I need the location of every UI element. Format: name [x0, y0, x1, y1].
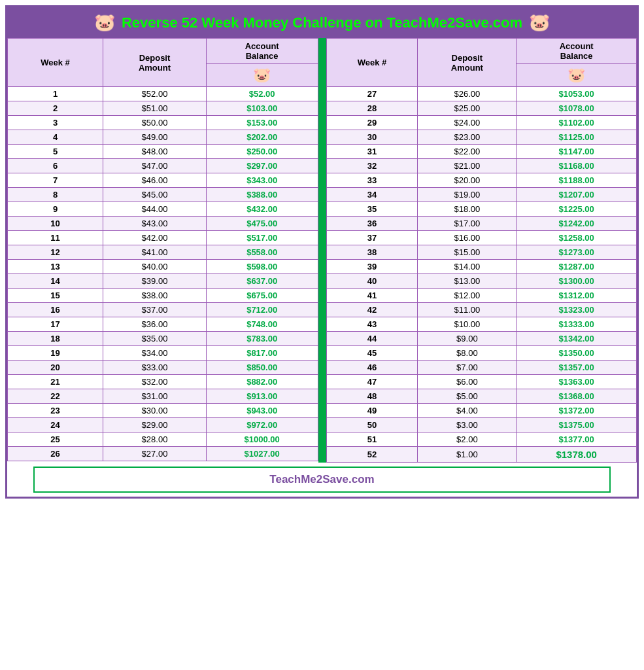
left-table-row: 17$36.00$748.00 [8, 317, 318, 332]
right-deposit-cell: $7.00 [418, 361, 517, 375]
left-balance-cell: $52.00 [206, 87, 318, 101]
right-table-row: 33$20.00$1188.00 [326, 173, 637, 188]
left-balance-header-text: AccountBalance [206, 39, 318, 64]
right-balance-cell: $1242.00 [517, 217, 637, 231]
left-table-row: 18$35.00$783.00 [8, 332, 318, 346]
left-deposit-cell: $42.00 [103, 231, 207, 245]
pig-icon-right: 🐷 [529, 12, 550, 33]
right-header-row: Week # DepositAmount AccountBalance [326, 39, 637, 64]
right-balance-cell: $1287.00 [517, 260, 637, 274]
right-deposit-cell: $19.00 [418, 188, 517, 202]
right-table-row: 28$25.00$1078.00 [326, 101, 637, 116]
right-week-cell: 52 [326, 447, 418, 463]
left-table-row: 26$27.00$1027.00 [8, 447, 318, 461]
left-table-row: 10$43.00$475.00 [8, 217, 318, 231]
right-week-cell: 33 [326, 173, 418, 188]
left-week-cell: 25 [8, 432, 103, 447]
right-week-cell: 34 [326, 188, 418, 202]
left-table-row: 19$34.00$817.00 [8, 346, 318, 361]
right-balance-cell: $1368.00 [517, 389, 637, 404]
left-balance-cell: $598.00 [206, 260, 318, 274]
left-week-cell: 22 [8, 389, 103, 404]
left-deposit-cell: $38.00 [103, 289, 207, 303]
left-balance-cell: $712.00 [206, 303, 318, 317]
right-deposit-cell: $11.00 [418, 303, 517, 317]
left-pig-header: 🐷 [206, 64, 318, 87]
right-deposit-cell: $23.00 [418, 130, 517, 145]
left-deposit-cell: $46.00 [103, 173, 207, 188]
right-balance-cell: $1363.00 [517, 375, 637, 389]
left-deposit-cell: $45.00 [103, 188, 207, 202]
left-table-row: 23$30.00$943.00 [8, 404, 318, 418]
left-week-cell: 24 [8, 418, 103, 432]
right-deposit-cell: $8.00 [418, 346, 517, 361]
right-week-header: Week # [326, 39, 418, 87]
right-balance-cell: $1053.00 [517, 87, 637, 101]
left-deposit-cell: $29.00 [103, 418, 207, 432]
right-table-row: 29$24.00$1102.00 [326, 116, 637, 130]
left-balance-cell: $943.00 [206, 404, 318, 418]
left-deposit-cell: $28.00 [103, 432, 207, 447]
left-deposit-cell: $27.00 [103, 447, 207, 461]
right-balance-cell: $1188.00 [517, 173, 637, 188]
left-table-row: 12$41.00$558.00 [8, 245, 318, 260]
left-balance-cell: $517.00 [206, 231, 318, 245]
right-week-cell: 37 [326, 231, 418, 245]
left-table-row: 2$51.00$103.00 [8, 101, 318, 116]
left-table-row: 20$33.00$850.00 [8, 361, 318, 375]
left-week-cell: 10 [8, 217, 103, 231]
right-table-row: 44$9.00$1342.00 [326, 332, 637, 346]
right-deposit-cell: $22.00 [418, 145, 517, 159]
left-deposit-cell: $48.00 [103, 145, 207, 159]
right-week-cell: 28 [326, 101, 418, 116]
left-table-row: 9$44.00$432.00 [8, 202, 318, 217]
right-balance-cell: $1225.00 [517, 202, 637, 217]
right-deposit-cell: $15.00 [418, 245, 517, 260]
left-deposit-cell: $39.00 [103, 274, 207, 289]
right-week-cell: 40 [326, 274, 418, 289]
left-deposit-cell: $50.00 [103, 116, 207, 130]
left-table-row: 3$50.00$153.00 [8, 116, 318, 130]
left-table-row: 24$29.00$972.00 [8, 418, 318, 432]
left-week-cell: 8 [8, 188, 103, 202]
right-deposit-cell: $25.00 [418, 101, 517, 116]
left-table-row: 21$32.00$882.00 [8, 375, 318, 389]
left-week-cell: 4 [8, 130, 103, 145]
right-table-row: 27$26.00$1053.00 [326, 87, 637, 101]
right-balance-cell: $1378.00 [517, 447, 637, 463]
right-deposit-cell: $12.00 [418, 289, 517, 303]
left-week-cell: 19 [8, 346, 103, 361]
right-deposit-cell: $17.00 [418, 217, 517, 231]
right-deposit-cell: $5.00 [418, 389, 517, 404]
right-balance-cell: $1312.00 [517, 289, 637, 303]
left-week-cell: 14 [8, 274, 103, 289]
left-week-header: Week # [8, 39, 103, 87]
right-table-row: 49$4.00$1372.00 [326, 404, 637, 418]
right-balance-cell: $1258.00 [517, 231, 637, 245]
left-deposit-cell: $32.00 [103, 375, 207, 389]
left-week-cell: 12 [8, 245, 103, 260]
right-table-row: 42$11.00$1323.00 [326, 303, 637, 317]
left-balance-cell: $475.00 [206, 217, 318, 231]
left-balance-cell: $1000.00 [206, 432, 318, 447]
page-container: 🐷 Reverse 52 Week Money Challenge on Tea… [5, 5, 639, 499]
right-table-row: 41$12.00$1312.00 [326, 289, 637, 303]
left-deposit-header: DepositAmount [103, 39, 207, 87]
right-week-cell: 50 [326, 418, 418, 432]
right-table-row: 31$22.00$1147.00 [326, 145, 637, 159]
right-deposit-cell: $13.00 [418, 274, 517, 289]
left-week-cell: 1 [8, 87, 103, 101]
left-balance-cell: $432.00 [206, 202, 318, 217]
left-deposit-cell: $34.00 [103, 346, 207, 361]
left-week-cell: 17 [8, 317, 103, 332]
right-week-cell: 47 [326, 375, 418, 389]
right-deposit-cell: $6.00 [418, 375, 517, 389]
left-deposit-cell: $51.00 [103, 101, 207, 116]
right-deposit-cell: $9.00 [418, 332, 517, 346]
left-table-row: 22$31.00$913.00 [8, 389, 318, 404]
left-deposit-cell: $31.00 [103, 389, 207, 404]
left-table-row: 11$42.00$517.00 [8, 231, 318, 245]
left-deposit-cell: $30.00 [103, 404, 207, 418]
left-week-cell: 26 [8, 447, 103, 461]
left-week-cell: 5 [8, 145, 103, 159]
